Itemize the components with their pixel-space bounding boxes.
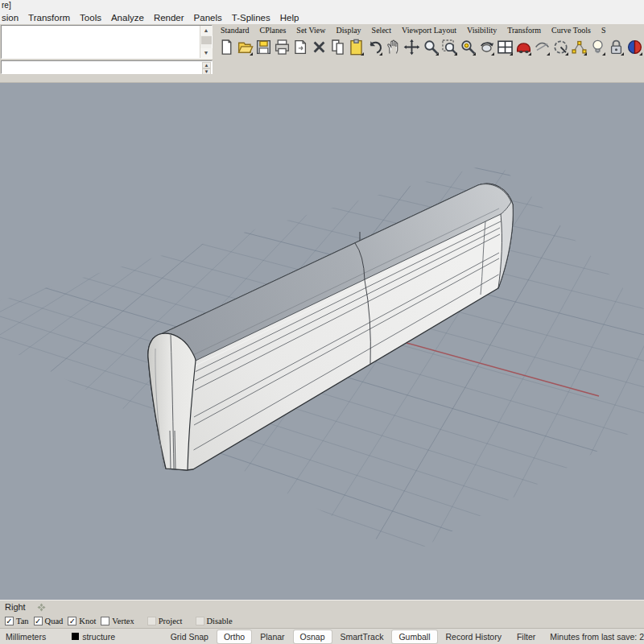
menu-item-analyze[interactable]: Analyze [106,13,149,23]
hide-objects-icon[interactable] [533,37,551,57]
osnap-quad[interactable]: ✓ Quad [34,617,64,625]
menu-item-dimension[interactable]: sion [0,13,23,23]
new-file-icon[interactable] [217,37,236,57]
toolbar-tab-row: Standard CPlanes Set View Display Select… [221,26,644,36]
move-icon[interactable] [402,37,421,57]
lamp-icon[interactable] [588,37,607,57]
tab-cplanes[interactable]: CPlanes [260,26,287,36]
layer-name: structure [82,632,115,642]
tab-set-view[interactable]: Set View [296,26,325,36]
current-layer[interactable]: structure [72,632,115,642]
pane-gumball[interactable]: Gumball [392,630,436,643]
osnap-disable[interactable]: Disable [196,617,233,625]
pane-planar[interactable]: Planar [254,630,291,643]
menu-item-render[interactable]: Render [149,13,189,23]
tab-display[interactable]: Display [336,26,361,36]
select-objects-icon[interactable] [551,37,570,57]
menu-item-transform[interactable]: Transform [23,13,75,23]
scroll-up-icon[interactable]: ▲ [200,26,213,35]
render-icon[interactable] [625,37,644,57]
menu-item-panels[interactable]: Panels [189,13,227,23]
viewport-tab-right[interactable]: Right [5,602,26,612]
viewport-scene [0,83,644,600]
command-history[interactable]: ▲ ▼ [1,25,213,59]
copy-icon[interactable] [328,37,347,57]
osnap-vertex[interactable]: Vertex [101,617,134,625]
print-icon[interactable] [273,37,291,57]
x-axis-red [407,343,599,396]
toolbar-zone: ▲ ▼ ▲▼ Standard CPlanes Set View Display… [0,24,644,83]
tab-select[interactable]: Select [372,26,391,36]
command-input[interactable]: ▲▼ [1,60,213,74]
autosave-message: Minutes from last save: 2 [550,632,644,642]
undo-icon[interactable] [365,37,384,57]
viewport-tab-menu-icon[interactable] [37,603,46,612]
zoom-dynamic-icon[interactable] [422,37,440,57]
menu-item-tsplines[interactable]: T-Splines [227,13,275,23]
model-3d[interactable] [148,184,513,470]
tab-standard[interactable]: Standard [221,26,250,36]
checkbox-unchecked-icon[interactable] [101,617,109,625]
save-file-icon[interactable] [254,37,273,57]
viewport-layout-icon[interactable] [496,37,514,57]
menu-item-help[interactable]: Help [275,13,304,23]
open-file-icon[interactable] [236,37,254,57]
viewport-right[interactable] [0,83,644,600]
export-page-icon[interactable] [291,37,310,57]
units-indicator[interactable]: Millimeters [6,632,46,642]
standard-toolbar [217,37,644,58]
checkbox-disabled-icon[interactable] [147,617,156,625]
checkbox-checked-icon[interactable]: ✓ [5,617,14,625]
osnap-tan[interactable]: ✓ Tan [5,617,29,625]
osnap-knot[interactable]: ✓ Knot [68,617,96,625]
rotate-view-icon[interactable] [477,37,496,57]
scrollbar-thumb[interactable] [201,36,212,44]
menu-bar: sion Transform Tools Analyze Render Pane… [0,10,644,24]
status-bar: Millimeters structure Grid Snap Ortho Pl… [0,628,644,644]
window-title: re] [0,0,644,10]
control-points-on-icon[interactable] [570,37,588,57]
viewport-tab-row: Right [0,600,644,613]
osnap-project[interactable]: Project [147,617,183,625]
delete-icon[interactable] [310,37,328,57]
pane-ortho[interactable]: Ortho [217,630,251,643]
tab-viewport-layout[interactable]: Viewport Layout [402,26,456,36]
pane-filter[interactable]: Filter [510,630,542,643]
lock-objects-icon[interactable] [607,37,625,57]
tab-transform[interactable]: Transform [507,26,541,36]
osnap-bar: ✓ Tan ✓ Quad ✓ Knot Vertex Project Disab… [0,613,644,628]
zoom-selected-icon[interactable] [459,37,477,57]
pan-view-icon[interactable] [384,37,402,57]
scroll-down-icon[interactable]: ▼ [200,48,213,58]
command-history-scrollbar[interactable]: ▲ ▼ [200,26,212,58]
menu-item-tools[interactable]: Tools [75,13,106,23]
paste-icon[interactable] [347,37,365,57]
checkbox-disabled-icon[interactable] [196,617,204,625]
pane-smarttrack[interactable]: SmartTrack [334,630,390,643]
tab-visibility[interactable]: Visibility [467,26,497,36]
checkbox-checked-icon[interactable]: ✓ [68,617,76,625]
rhino-window: re] sion Transform Tools Analyze Render … [0,0,644,644]
zoom-window-icon[interactable] [440,37,459,57]
pane-osnap[interactable]: Osnap [294,630,332,643]
window-title-text: re] [2,1,11,10]
layer-color-swatch [72,633,79,640]
tab-curve-tools[interactable]: Curve Tools [551,26,591,36]
shaded-viewport-icon[interactable] [514,37,533,57]
pane-grid-snap[interactable]: Grid Snap [164,630,215,643]
pane-record-history[interactable]: Record History [440,630,508,643]
checkbox-checked-icon[interactable]: ✓ [34,617,43,625]
command-input-spinner[interactable]: ▲▼ [202,62,211,72]
tab-surface-tools[interactable]: S [601,26,606,36]
